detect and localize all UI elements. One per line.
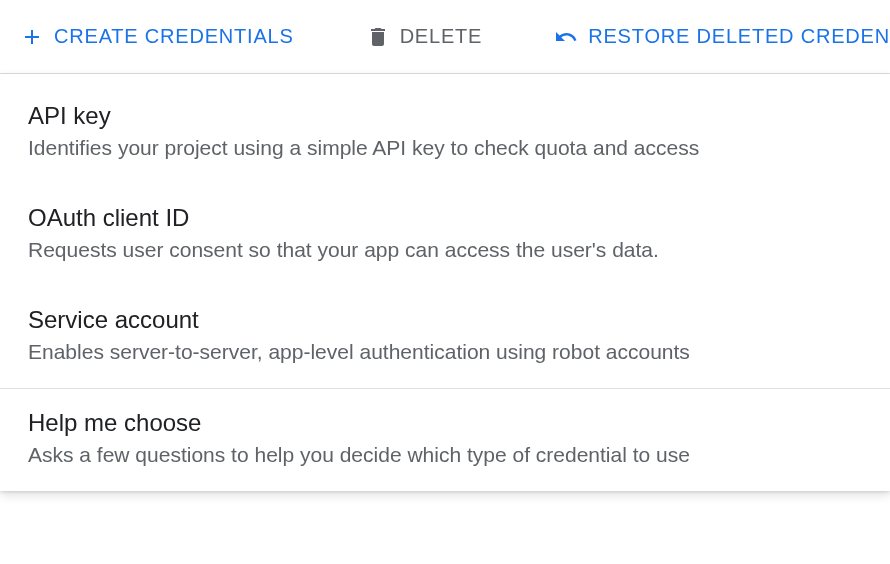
menu-item-help-me-choose[interactable]: Help me choose Asks a few questions to h… xyxy=(0,389,890,491)
menu-item-description: Requests user consent so that your app c… xyxy=(28,238,862,262)
menu-item-api-key[interactable]: API key Identifies your project using a … xyxy=(0,74,890,184)
menu-item-oauth-client-id[interactable]: OAuth client ID Requests user consent so… xyxy=(0,184,890,286)
menu-item-description: Asks a few questions to help you decide … xyxy=(28,443,862,467)
delete-button[interactable]: DELETE xyxy=(354,17,495,57)
restore-deleted-button[interactable]: RESTORE DELETED CREDENTIALS xyxy=(542,17,890,57)
create-credentials-button[interactable]: CREATE CREDENTIALS xyxy=(8,17,306,57)
menu-item-title: Service account xyxy=(28,306,862,334)
menu-item-description: Identifies your project using a simple A… xyxy=(28,136,862,160)
toolbar: CREATE CREDENTIALS DELETE RESTORE DELETE… xyxy=(0,0,890,74)
restore-deleted-label: RESTORE DELETED CREDENTIALS xyxy=(588,25,890,48)
menu-item-description: Enables server-to-server, app-level auth… xyxy=(28,340,862,364)
undo-icon xyxy=(554,25,578,49)
menu-item-title: OAuth client ID xyxy=(28,204,862,232)
create-credentials-label: CREATE CREDENTIALS xyxy=(54,25,294,48)
menu-item-title: Help me choose xyxy=(28,409,862,437)
menu-item-title: API key xyxy=(28,102,862,130)
delete-label: DELETE xyxy=(400,25,483,48)
plus-icon xyxy=(20,25,44,49)
menu-item-service-account[interactable]: Service account Enables server-to-server… xyxy=(0,286,890,388)
trash-icon xyxy=(366,25,390,49)
create-credentials-menu: API key Identifies your project using a … xyxy=(0,74,890,491)
